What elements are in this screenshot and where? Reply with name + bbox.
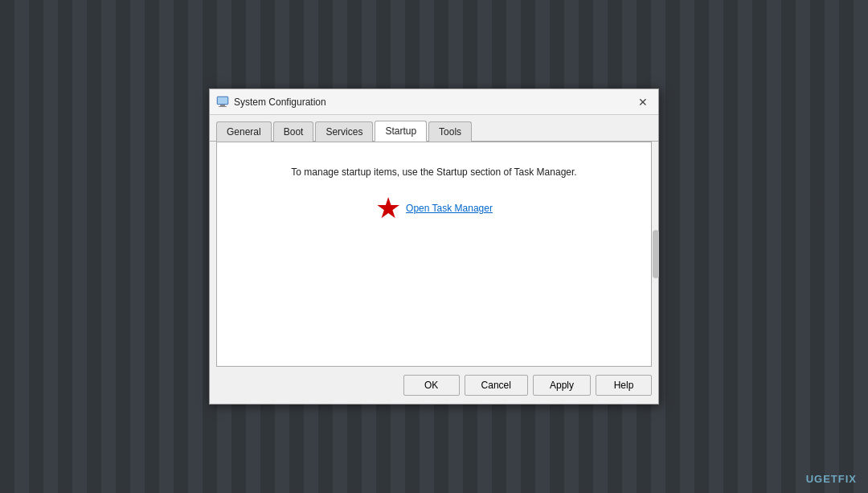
computer-icon: [216, 96, 229, 109]
content-area: To manage startup items, use the Startup…: [216, 142, 652, 367]
title-bar-left: System Configuration: [216, 96, 326, 109]
tabs-bar: General Boot Services Startup Tools: [210, 115, 658, 142]
tab-boot[interactable]: Boot: [273, 121, 314, 142]
ok-button[interactable]: OK: [403, 375, 460, 396]
cancel-button[interactable]: Cancel: [465, 375, 528, 396]
open-task-manager-link[interactable]: Open Task Manager: [406, 203, 493, 214]
tab-startup[interactable]: Startup: [375, 121, 427, 142]
button-bar: OK Cancel Apply Help: [210, 367, 658, 404]
help-button[interactable]: Help: [596, 375, 652, 396]
svg-rect-1: [218, 97, 227, 104]
svg-rect-3: [219, 106, 227, 107]
system-configuration-dialog: System Configuration ✕ General Boot Serv…: [209, 88, 659, 405]
svg-rect-2: [220, 105, 225, 106]
title-bar: System Configuration ✕: [210, 89, 658, 115]
scrollbar-hint: [653, 230, 659, 278]
watermark: UGETFIX: [806, 473, 857, 485]
link-row: ★ Open Task Manager: [375, 194, 493, 223]
dialog-title: System Configuration: [234, 97, 326, 108]
tab-general[interactable]: General: [216, 121, 272, 142]
tab-tools[interactable]: Tools: [428, 121, 472, 142]
tab-services[interactable]: Services: [315, 121, 373, 142]
apply-button[interactable]: Apply: [533, 375, 591, 396]
star-icon: ★: [375, 194, 401, 223]
content-message: To manage startup items, use the Startup…: [291, 166, 576, 178]
close-button[interactable]: ✕: [634, 93, 652, 111]
